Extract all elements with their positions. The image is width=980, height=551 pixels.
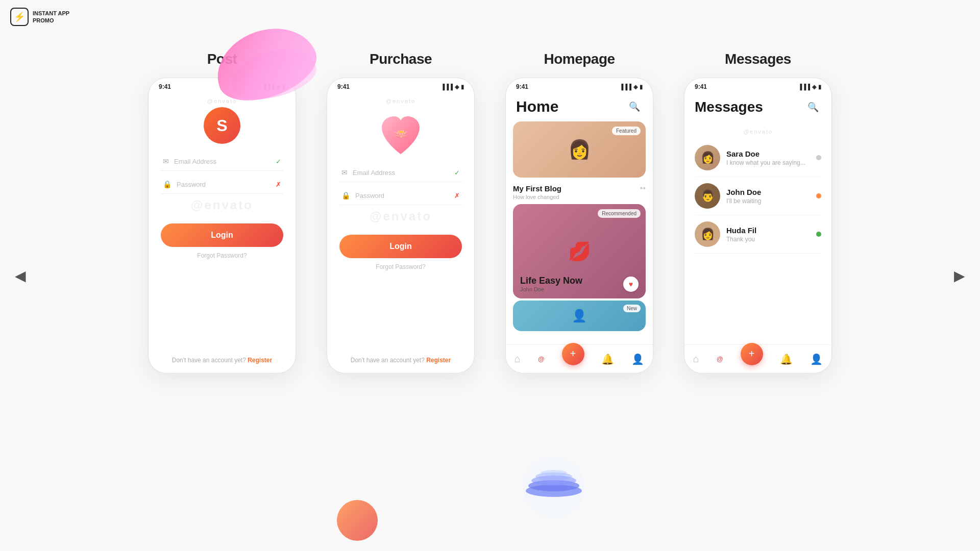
homepage-title: Homepage xyxy=(544,51,615,67)
status-icons-home: ▐▐▐◈▮ xyxy=(620,84,643,90)
msg-nav-user-btn[interactable]: 👤 xyxy=(810,353,823,365)
password-field-post[interactable]: 🔒 Password ✗ xyxy=(161,175,283,194)
time-purchase: 9:41 xyxy=(337,83,350,90)
messages-content: Messages 🔍 @envato 👩 Sara Doe I know wha… xyxy=(684,93,831,254)
featured-badge: Featured xyxy=(612,127,641,135)
like-btn[interactable]: ♥ xyxy=(623,277,639,292)
time-home: 9:41 xyxy=(516,83,528,90)
preview-sara: I know what you are saying... xyxy=(726,159,810,166)
homepage-section: Homepage 9:41 ▐▐▐◈▮ Home 🔍 👩 Featured xyxy=(505,51,653,373)
content-john: John Doe I'll be waiting xyxy=(726,188,810,205)
password-label-post: Password xyxy=(177,181,271,188)
status-bar-purchase: 9:41 ▐▐▐◈▮ xyxy=(327,78,474,93)
home-content: Home 🔍 👩 Featured My First Blog •• How l… xyxy=(506,93,653,331)
search-btn-messages[interactable]: 🔍 xyxy=(805,99,821,115)
preview-john: I'll be waiting xyxy=(726,197,810,205)
post-section: Post 9:41 ▐▐▐◈▮ @envato S ✉ Email Addres… xyxy=(148,51,296,373)
email-icon-post: ✉ xyxy=(163,157,169,165)
msg-nav-envato-btn[interactable]: @ xyxy=(717,355,723,363)
login-btn-purchase[interactable]: Login xyxy=(339,235,462,258)
forgot-purchase[interactable]: Forgot Password? xyxy=(376,263,425,270)
search-btn-home[interactable]: 🔍 xyxy=(626,98,643,115)
check-password-purchase: ✗ xyxy=(454,192,460,199)
register-row-post: Don't have an account yet? Register xyxy=(149,357,296,364)
heart-lotus-icon: 🪷 xyxy=(378,112,424,158)
new-badge: New xyxy=(623,305,641,312)
new-card[interactable]: 👤 New xyxy=(513,300,646,331)
lock-icon-post: 🔒 xyxy=(163,180,172,188)
avatar-huda: 👩 xyxy=(695,221,720,247)
blog-name: My First Blog xyxy=(513,184,561,193)
email-icon-purchase: ✉ xyxy=(341,168,348,177)
logo-icon: ⚡ xyxy=(10,8,29,26)
name-john: John Doe xyxy=(726,188,810,196)
blog-title-row: My First Blog •• xyxy=(506,181,653,194)
watermark-post: @envato xyxy=(207,98,237,104)
name-huda: Huda Fil xyxy=(726,226,810,235)
phones-container: Post 9:41 ▐▐▐◈▮ @envato S ✉ Email Addres… xyxy=(0,51,980,373)
recommended-card[interactable]: 💋 Recommended Life Easy Now John Doe ♥ xyxy=(513,204,646,298)
card-author: John Doe xyxy=(520,286,582,292)
dot-huda xyxy=(816,232,821,237)
featured-card[interactable]: 👩 Featured xyxy=(513,121,646,178)
deco-orange-blob xyxy=(337,500,378,541)
svg-text:🪷: 🪷 xyxy=(394,127,408,141)
register-link-purchase[interactable]: Register xyxy=(426,357,451,364)
watermark-messages: @envato xyxy=(695,129,821,135)
nav-add-btn[interactable]: + xyxy=(562,343,584,365)
password-label-purchase: Password xyxy=(355,192,449,199)
bottom-nav-home: ⌂ @ + 🔔 👤 xyxy=(506,344,653,373)
email-field-post[interactable]: ✉ Email Address ✓ xyxy=(161,152,283,171)
register-link-post[interactable]: Register xyxy=(248,357,272,364)
home-label: Home xyxy=(516,98,558,115)
card-title: Life Easy Now xyxy=(520,276,582,286)
time-messages: 9:41 xyxy=(695,83,707,90)
watermark-big-post: @envato xyxy=(191,198,253,212)
forgot-post[interactable]: Forgot Password? xyxy=(197,252,247,259)
watermark-big-purchase: @envato xyxy=(370,209,432,223)
home-header: Home 🔍 xyxy=(506,93,653,118)
dot-sara xyxy=(816,155,821,160)
email-field-purchase[interactable]: ✉ Email Address ✓ xyxy=(339,163,462,182)
nav-home-btn[interactable]: ⌂ xyxy=(514,353,521,365)
content-huda: Huda Fil Thank you xyxy=(726,226,810,243)
logo: ⚡ INSTANT APP PROMO xyxy=(10,8,69,26)
homepage-phone: 9:41 ▐▐▐◈▮ Home 🔍 👩 Featured My First Bl… xyxy=(505,78,653,373)
msg-nav-add-btn[interactable]: + xyxy=(741,343,763,365)
bottom-nav-messages: ⌂ @ + 🔔 👤 xyxy=(684,344,831,373)
messages-section: Messages 9:41 ▐▐▐◈▮ Messages 🔍 @envato 👩 xyxy=(684,51,832,373)
card-info: Life Easy Now John Doe xyxy=(520,276,582,292)
message-item-sara[interactable]: 👩 Sara Doe I know what you are saying... xyxy=(695,139,821,177)
avatar-post: S xyxy=(204,107,240,144)
register-text-post: Don't have an account yet? xyxy=(172,357,246,364)
messages-header: Messages 🔍 xyxy=(695,93,821,123)
deco-ball xyxy=(521,454,587,520)
login-btn-post[interactable]: Login xyxy=(161,223,283,247)
nav-user-btn[interactable]: 👤 xyxy=(631,353,644,365)
blog-subtitle: How love changed xyxy=(506,194,653,202)
nav-envato-btn[interactable]: @ xyxy=(538,355,545,363)
avatar-sara: 👩 xyxy=(695,145,720,170)
preview-huda: Thank you xyxy=(726,236,810,243)
message-item-huda[interactable]: 👩 Huda Fil Thank you xyxy=(695,215,821,254)
message-item-john[interactable]: 👨 John Doe I'll be waiting xyxy=(695,177,821,215)
purchase-title: Purchase xyxy=(370,51,432,67)
msg-nav-bell-btn[interactable]: 🔔 xyxy=(780,353,793,365)
nav-bell-btn[interactable]: 🔔 xyxy=(601,353,614,365)
status-icons-messages: ▐▐▐◈▮ xyxy=(798,84,821,90)
face-sara: 👩 xyxy=(695,145,720,170)
content-sara: Sara Doe I know what you are saying... xyxy=(726,149,810,166)
face-huda: 👩 xyxy=(695,221,720,247)
register-text-purchase: Don't have an account yet? xyxy=(351,357,425,364)
blog-dots: •• xyxy=(640,184,646,193)
messages-phone: 9:41 ▐▐▐◈▮ Messages 🔍 @envato 👩 Sa xyxy=(684,78,832,373)
msg-nav-home-btn[interactable]: ⌂ xyxy=(693,353,699,365)
status-bar-home: 9:41 ▐▐▐◈▮ xyxy=(506,78,653,93)
login-screen-post: @envato S ✉ Email Address ✓ 🔒 Password ✗… xyxy=(149,93,296,265)
register-row-purchase: Don't have an account yet? Register xyxy=(327,357,474,364)
check-password-post: ✗ xyxy=(276,181,281,188)
face-john: 👨 xyxy=(695,183,720,209)
password-field-purchase[interactable]: 🔒 Password ✗ xyxy=(339,186,462,205)
watermark-purchase: @envato xyxy=(386,98,415,104)
purchase-section: Purchase 9:41 ▐▐▐◈▮ @envato xyxy=(327,51,475,373)
